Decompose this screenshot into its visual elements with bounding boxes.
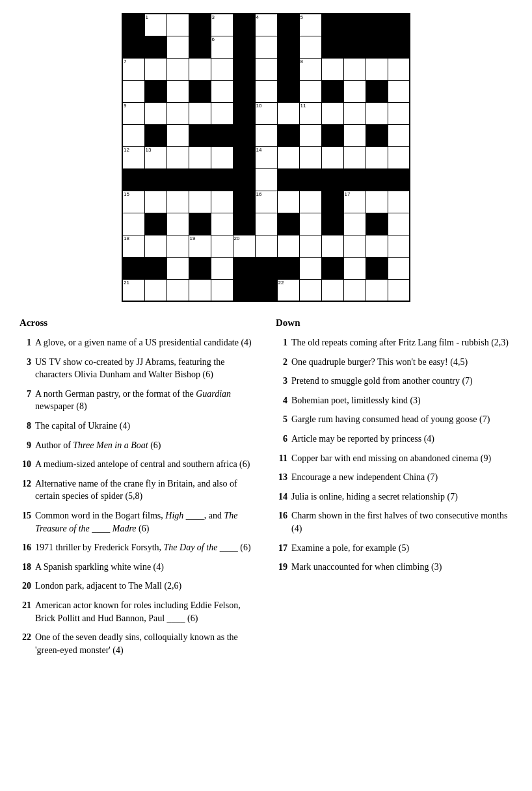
grid-cell-white[interactable] <box>343 257 366 279</box>
grid-cell-white[interactable]: 16 <box>255 191 277 213</box>
grid-cell-white[interactable] <box>277 146 299 168</box>
grid-cell-white[interactable] <box>343 102 366 124</box>
grid-cell-white[interactable] <box>166 257 189 279</box>
grid-cell-white[interactable] <box>166 213 189 235</box>
grid-cell-white[interactable] <box>388 257 410 279</box>
grid-cell-white[interactable] <box>255 235 277 257</box>
grid-cell-white[interactable] <box>122 213 144 235</box>
grid-cell-white[interactable] <box>321 279 343 301</box>
grid-cell-white[interactable]: 12 <box>122 146 144 168</box>
grid-cell-white[interactable] <box>255 124 277 146</box>
grid-cell-white[interactable] <box>299 36 321 58</box>
grid-cell-white[interactable] <box>388 191 410 213</box>
grid-cell-white[interactable] <box>211 80 233 102</box>
grid-cell-white[interactable] <box>388 124 410 146</box>
grid-cell-white[interactable]: 14 <box>255 146 277 168</box>
grid-cell-white[interactable]: 3 <box>211 14 233 36</box>
grid-cell-white[interactable] <box>366 235 388 257</box>
grid-cell-white[interactable] <box>321 102 343 124</box>
grid-cell-white[interactable]: 13 <box>144 146 166 168</box>
grid-cell-white[interactable] <box>211 235 233 257</box>
grid-cell-white[interactable] <box>122 124 144 146</box>
grid-cell-white[interactable]: 6 <box>211 36 233 58</box>
grid-cell-white[interactable] <box>166 191 189 213</box>
grid-cell-white[interactable] <box>343 146 366 168</box>
grid-cell-white[interactable] <box>122 80 144 102</box>
grid-cell-white[interactable] <box>299 146 321 168</box>
grid-cell-white[interactable] <box>343 80 366 102</box>
grid-cell-white[interactable] <box>166 102 189 124</box>
grid-cell-white[interactable]: 4 <box>255 14 277 36</box>
grid-cell-white[interactable] <box>211 191 233 213</box>
grid-cell-white[interactable] <box>321 235 343 257</box>
grid-cell-white[interactable] <box>255 80 277 102</box>
grid-cell-white[interactable] <box>366 279 388 301</box>
grid-cell-white[interactable] <box>299 257 321 279</box>
grid-cell-white[interactable] <box>211 102 233 124</box>
grid-cell-white[interactable] <box>343 279 366 301</box>
grid-cell-white[interactable] <box>255 168 277 191</box>
grid-cell-white[interactable]: 21 <box>122 279 144 301</box>
grid-cell-white[interactable] <box>388 80 410 102</box>
grid-cell-white[interactable] <box>144 235 166 257</box>
grid-cell-white[interactable] <box>321 58 343 80</box>
grid-cell-white[interactable]: 20 <box>233 235 255 257</box>
grid-cell-white[interactable] <box>299 191 321 213</box>
grid-cell-white[interactable] <box>366 146 388 168</box>
grid-cell-white[interactable] <box>388 213 410 235</box>
grid-cell-white[interactable] <box>211 58 233 80</box>
grid-cell-white[interactable]: 1 <box>144 14 166 36</box>
grid-cell-white[interactable] <box>277 191 299 213</box>
grid-cell-white[interactable] <box>144 191 166 213</box>
grid-cell-white[interactable] <box>388 58 410 80</box>
grid-cell-white[interactable] <box>299 124 321 146</box>
grid-cell-white[interactable]: 17 <box>343 191 366 213</box>
grid-cell-white[interactable] <box>166 58 189 80</box>
grid-cell-white[interactable]: 7 <box>122 58 144 80</box>
grid-cell-white[interactable] <box>343 124 366 146</box>
grid-cell-white[interactable] <box>343 213 366 235</box>
grid-cell-white[interactable]: 5 <box>299 14 321 36</box>
grid-cell-white[interactable] <box>166 14 189 36</box>
grid-cell-white[interactable] <box>189 146 211 168</box>
grid-cell-white[interactable] <box>144 58 166 80</box>
grid-cell-white[interactable]: 18 <box>122 235 144 257</box>
grid-cell-white[interactable] <box>321 146 343 168</box>
grid-cell-white[interactable] <box>366 58 388 80</box>
grid-cell-white[interactable]: 19 <box>189 235 211 257</box>
grid-cell-white[interactable]: 15 <box>122 191 144 213</box>
grid-cell-white[interactable] <box>166 124 189 146</box>
grid-cell-white[interactable] <box>189 279 211 301</box>
grid-cell-white[interactable] <box>255 213 277 235</box>
grid-cell-white[interactable] <box>211 257 233 279</box>
grid-cell-white[interactable] <box>299 235 321 257</box>
grid-cell-white[interactable]: 22 <box>277 279 299 301</box>
grid-cell-white[interactable]: 10 <box>255 102 277 124</box>
grid-cell-white[interactable] <box>299 279 321 301</box>
grid-cell-white[interactable] <box>166 80 189 102</box>
grid-cell-white[interactable]: 11 <box>299 102 321 124</box>
grid-cell-white[interactable] <box>211 279 233 301</box>
grid-cell-white[interactable] <box>166 279 189 301</box>
grid-cell-white[interactable] <box>255 36 277 58</box>
grid-cell-white[interactable] <box>189 102 211 124</box>
grid-cell-white[interactable] <box>255 58 277 80</box>
grid-cell-white[interactable] <box>366 102 388 124</box>
grid-cell-white[interactable] <box>166 235 189 257</box>
grid-cell-white[interactable] <box>388 279 410 301</box>
grid-cell-white[interactable] <box>277 102 299 124</box>
grid-cell-white[interactable] <box>343 235 366 257</box>
grid-cell-white[interactable] <box>144 279 166 301</box>
grid-cell-white[interactable] <box>189 191 211 213</box>
grid-cell-white[interactable] <box>388 146 410 168</box>
grid-cell-white[interactable]: 8 <box>299 58 321 80</box>
grid-cell-white[interactable] <box>189 58 211 80</box>
grid-cell-white[interactable] <box>166 36 189 58</box>
grid-cell-white[interactable] <box>277 235 299 257</box>
grid-cell-white[interactable] <box>366 191 388 213</box>
grid-cell-white[interactable] <box>166 146 189 168</box>
grid-cell-white[interactable] <box>299 213 321 235</box>
grid-cell-white[interactable] <box>388 235 410 257</box>
grid-cell-white[interactable] <box>211 213 233 235</box>
grid-cell-white[interactable] <box>343 58 366 80</box>
